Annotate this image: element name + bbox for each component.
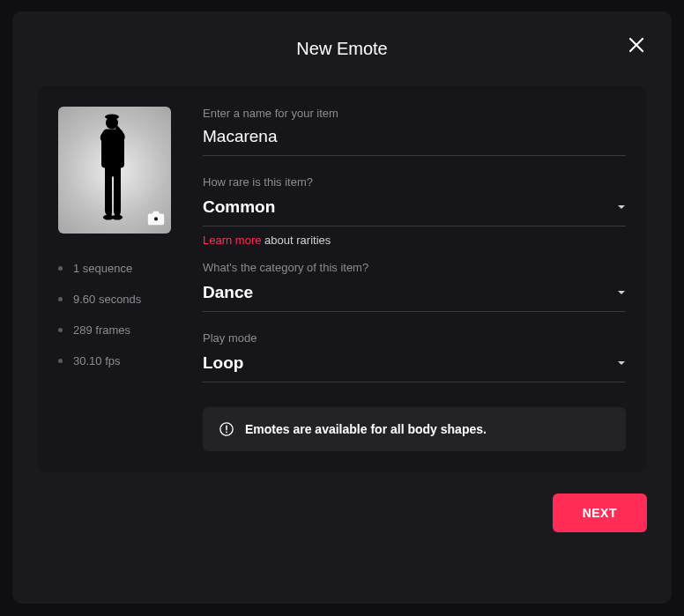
svg-point-5	[112, 215, 123, 220]
info-bar: Emotes are available for all body shapes…	[203, 407, 626, 451]
stat-frames: 289 frames	[73, 323, 130, 337]
modal-header: New Emote	[37, 33, 647, 64]
playmode-label: Play mode	[203, 331, 626, 345]
silhouette-icon	[84, 114, 145, 223]
rarity-dropdown[interactable]: Common	[203, 194, 626, 226]
chevron-down-icon	[617, 359, 626, 367]
category-dropdown[interactable]: Dance	[203, 279, 626, 312]
left-column: 1 sequence 9.60 seconds 289 frames 30.10…	[58, 107, 171, 451]
chevron-down-icon	[617, 288, 626, 297]
emote-thumbnail[interactable]	[58, 107, 171, 234]
playmode-value: Loop	[203, 353, 243, 373]
stats-list: 1 sequence 9.60 seconds 289 frames 30.10…	[58, 262, 171, 367]
name-field: Enter a name for your item	[203, 107, 626, 156]
right-column: Enter a name for your item How rare is t…	[203, 107, 626, 451]
content-card: 1 sequence 9.60 seconds 289 frames 30.10…	[37, 85, 647, 472]
playmode-dropdown[interactable]: Loop	[203, 350, 626, 382]
about-rarities-text: about rarities	[261, 234, 331, 247]
bullet-icon	[58, 359, 63, 363]
bullet-icon	[58, 266, 63, 271]
svg-point-3	[105, 115, 119, 120]
stat-sequence: 1 sequence	[73, 262, 132, 275]
category-label: What's the category of this item?	[203, 261, 626, 274]
list-item: 289 frames	[58, 323, 171, 337]
close-button[interactable]	[626, 34, 647, 56]
list-item: 30.10 fps	[58, 354, 171, 367]
category-field: What's the category of this item? Dance	[203, 261, 626, 312]
stat-fps: 30.10 fps	[73, 354, 121, 367]
playmode-field: Play mode Loop	[203, 331, 626, 382]
next-button[interactable]: NEXT	[553, 494, 647, 532]
list-item: 9.60 seconds	[58, 293, 171, 306]
list-item: 1 sequence	[58, 262, 171, 275]
svg-point-10	[226, 431, 227, 433]
name-label: Enter a name for your item	[203, 107, 626, 120]
rarity-value: Common	[203, 197, 275, 217]
rarities-help: Learn more about rarities	[203, 234, 626, 247]
new-emote-modal: New Emote	[12, 11, 672, 604]
chevron-down-icon	[617, 203, 626, 212]
name-input[interactable]	[203, 127, 626, 146]
rarity-label: How rare is this item?	[203, 175, 626, 189]
category-value: Dance	[203, 283, 253, 302]
bullet-icon	[58, 328, 63, 332]
stat-duration: 9.60 seconds	[73, 293, 141, 306]
name-input-row	[203, 125, 626, 156]
close-icon	[626, 34, 647, 56]
info-icon	[219, 421, 234, 437]
modal-footer: NEXT	[37, 494, 647, 532]
learn-more-link[interactable]: Learn more	[203, 234, 261, 247]
bullet-icon	[58, 297, 63, 301]
info-message: Emotes are available for all body shapes…	[245, 422, 487, 436]
rarity-field: How rare is this item? Common	[203, 175, 626, 226]
modal-title: New Emote	[296, 39, 387, 59]
camera-icon	[146, 209, 166, 228]
